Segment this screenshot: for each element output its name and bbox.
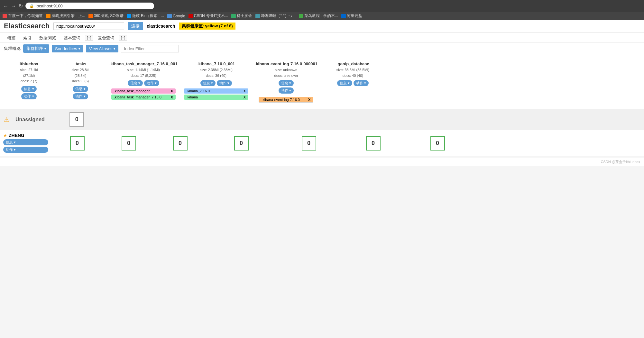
node-name: ZHENG <box>9 133 24 138</box>
index-col-kibana-task-manager: .kibana_task_manager_7.16.0_001 size: 1.… <box>106 61 181 100</box>
sort-indices-caret: ▾ <box>78 47 80 50</box>
bilibili-icon <box>255 14 260 18</box>
tab-data-browse[interactable]: 数据浏览 <box>36 34 59 42</box>
tab-compound-query[interactable]: 复合查询 <box>95 34 118 42</box>
csdn-icon <box>189 14 193 18</box>
cluster-sort-caret: ▾ <box>44 47 46 50</box>
bookmarks-bar: 百度一下，你就知道 搜狗搜索引擎 - 上... 360搜索, SO靠谱 微软 B… <box>0 12 644 20</box>
bookmark-label: 百度一下，你就知道 <box>8 13 43 19</box>
alias-text: .kibana_task_manager <box>114 89 150 93</box>
alias-text: .kibana_task_manager_7.16.0 <box>114 95 161 99</box>
tab-basic-query[interactable]: 基本查询 <box>60 34 84 42</box>
alias-text: .kibana-event-log-7.16.0 <box>262 98 300 102</box>
bookmark-aliyun[interactable]: 阿里云盘 <box>341 13 362 19</box>
sogou-icon <box>46 14 51 18</box>
basic-query-plus[interactable]: [+] <box>85 35 93 41</box>
info-button[interactable]: 信息 ▾ <box>3 139 48 145</box>
index-meta: size: unknowndocs: unknown <box>274 67 298 78</box>
node-info: ★ ZHENG 信息 ▾ 动作 ▾ <box>0 133 51 153</box>
address-bar[interactable]: 🔒 localhost:9100 <box>25 3 154 9</box>
bookmark-sogou[interactable]: 搜狗搜索引擎 - 上... <box>46 13 85 19</box>
alias-remove-button[interactable]: X <box>243 89 245 93</box>
info-button[interactable]: 信息 ▾ <box>128 80 143 86</box>
shard-box: 0 <box>302 136 316 151</box>
action-button[interactable]: 动作 ▾ <box>73 93 88 99</box>
alias-tag: .kibana X <box>184 95 248 100</box>
bookmark-google[interactable]: Google <box>167 13 185 19</box>
alias-remove-button[interactable]: X <box>308 98 310 102</box>
bookmark-label: 菜鸟教程 - 学的不... <box>304 13 338 19</box>
back-button[interactable]: ← <box>3 3 8 9</box>
bookmark-label: CSDN-专业IT技术... <box>194 13 228 19</box>
alias-tag: .kibana_7.16.0 X <box>184 88 248 94</box>
bookmark-baidu[interactable]: 百度一下，你就知道 <box>3 13 43 19</box>
alias-remove-button[interactable]: X <box>171 95 173 99</box>
action-button[interactable]: 动作 ▾ <box>217 80 232 86</box>
warning-icon: ⚠ <box>4 116 9 123</box>
view-aliases-label: View Aliases <box>89 46 113 51</box>
shard-box: 0 <box>173 136 188 151</box>
action-button[interactable]: 动作 ▾ <box>279 87 294 94</box>
index-name: itbluebox <box>20 61 38 66</box>
bookmark-label: 阿里云盘 <box>347 13 362 19</box>
index-name: .kibana-event-log-7.16.0-000001 <box>255 61 317 66</box>
bookmark-bing[interactable]: 微软 Bing 搜索 - ... <box>127 13 164 19</box>
info-button[interactable]: 信息 ▾ <box>21 86 36 92</box>
baidu-icon <box>3 14 7 18</box>
alias-tags: .kibana-event-log-7.16.0 X <box>259 97 313 103</box>
bookmark-juejin[interactable]: 稀土掘金 <box>231 13 252 19</box>
app-title: Elasticsearch <box>4 22 50 30</box>
connect-button[interactable]: 连接 <box>128 22 143 30</box>
index-meta: size: 2.38Mi (2.38Mi)docs: 36 (40) <box>200 67 233 78</box>
info-button[interactable]: 信息 ▾ <box>73 86 88 92</box>
shard-cell-2: 0 <box>103 136 154 151</box>
action-button[interactable]: 动作 ▾ <box>21 93 36 99</box>
sort-indices-button[interactable]: Sort Indices ▾ <box>52 45 83 52</box>
alias-remove-button[interactable]: X <box>243 95 245 99</box>
shard-box: 0 <box>430 136 445 151</box>
index-meta: size: 28.8ki(28.8ki)docs: 6 (6) <box>71 67 89 84</box>
view-aliases-button[interactable]: View Aliases ▾ <box>86 45 119 52</box>
tab-overview[interactable]: 概览 <box>4 34 19 42</box>
alias-text: .kibana_7.16.0 <box>187 89 210 93</box>
unassigned-label: Unassigned <box>15 117 45 123</box>
bookmark-bilibili[interactable]: 哔哩哔哩（°-°）つ... <box>255 13 296 19</box>
action-button[interactable]: 动作 ▾ <box>3 147 48 153</box>
action-button[interactable]: 动作 ▾ <box>354 80 369 86</box>
info-button[interactable]: 信息 ▾ <box>200 80 216 86</box>
alias-tag: .kibana_task_manager_7.16.0 X <box>111 95 176 100</box>
index-col-tasks: .tasks size: 28.8ki(28.8ki)docs: 6 (6) 信… <box>55 61 106 100</box>
refresh-button[interactable]: ↻ <box>19 3 23 9</box>
info-button[interactable]: 信息 ▾ <box>279 80 294 86</box>
index-col-kibana: .kibana_7.16.0_001 size: 2.38Mi (2.38Mi)… <box>181 61 252 100</box>
bookmark-csdn[interactable]: CSDN-专业IT技术... <box>189 13 228 19</box>
index-col-geoip: .geoip_database size: 38.5Mi (38.5Mi)doc… <box>321 61 385 87</box>
app-header: Elasticsearch 连接 elasticsearch 集群健康值: ye… <box>0 20 644 32</box>
bookmark-360[interactable]: 360搜索, SO靠谱 <box>88 13 124 19</box>
url-input[interactable] <box>53 23 124 30</box>
action-button[interactable]: 动作 ▾ <box>144 80 159 86</box>
unassigned-shard-cell: 0 <box>51 112 103 127</box>
bookmark-label: 稀土掘金 <box>237 13 252 19</box>
compound-query-plus[interactable]: [+] <box>119 35 127 41</box>
alias-text: .kibana <box>187 95 198 99</box>
node-header: ★ ZHENG <box>3 133 48 138</box>
star-icon: ★ <box>3 133 7 138</box>
alias-remove-button[interactable]: X <box>171 89 173 93</box>
index-name: .kibana_7.16.0_001 <box>197 61 235 66</box>
browser-chrome: ← → ↻ 🔒 localhost:9100 <box>0 0 644 12</box>
view-aliases-caret: ▾ <box>114 47 115 50</box>
bookmark-runoob[interactable]: 菜鸟教程 - 学的不... <box>299 13 338 19</box>
bookmark-label: 微软 Bing 搜索 - ... <box>132 13 164 19</box>
alias-tags: .kibana_7.16.0 X .kibana X <box>184 88 248 100</box>
lock-icon: 🔒 <box>29 4 34 8</box>
shard-box: 0 <box>122 136 136 151</box>
info-button[interactable]: 信息 ▾ <box>337 80 352 86</box>
shard-cell-5: 0 <box>277 136 341 151</box>
tab-index[interactable]: 索引 <box>20 34 35 42</box>
unassigned-row: ⚠ Unassigned 0 <box>0 109 644 130</box>
cluster-sort-button[interactable]: 集群排序 ▾ <box>23 44 49 53</box>
index-name: .tasks <box>75 61 87 66</box>
index-filter-input[interactable] <box>121 45 179 52</box>
forward-button[interactable]: → <box>11 3 16 9</box>
